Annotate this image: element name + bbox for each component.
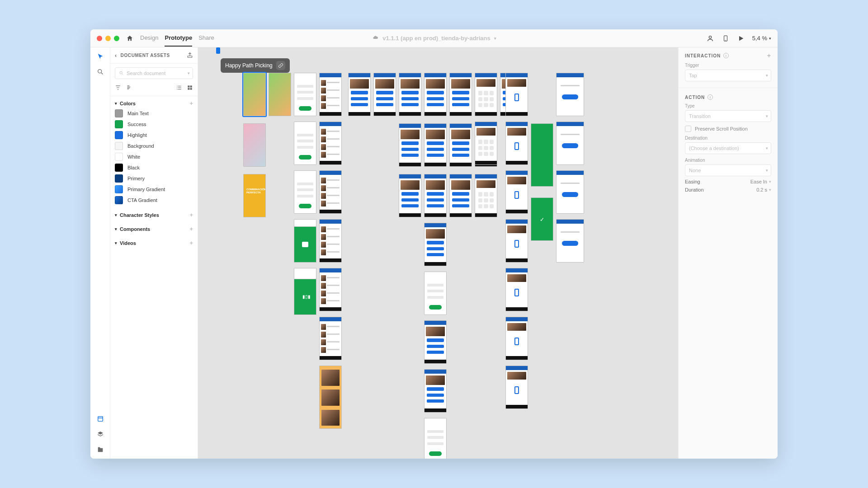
artboard[interactable] bbox=[424, 123, 447, 167]
layers-icon[interactable] bbox=[96, 430, 105, 439]
maximize-icon[interactable] bbox=[114, 36, 119, 41]
color-item[interactable]: Background bbox=[115, 142, 193, 150]
artboard[interactable] bbox=[449, 73, 472, 116]
artboard[interactable] bbox=[505, 122, 528, 165]
select-tool[interactable] bbox=[96, 52, 105, 61]
artboard[interactable]: COMBINACIÓN PERFECTA bbox=[243, 174, 266, 217]
artboard[interactable] bbox=[399, 73, 421, 116]
artboard[interactable]: ▮▯▮ bbox=[294, 279, 316, 315]
add-icon[interactable]: + bbox=[189, 225, 193, 232]
add-icon[interactable]: + bbox=[189, 211, 193, 218]
artboard[interactable] bbox=[294, 73, 316, 116]
artboard[interactable] bbox=[556, 122, 584, 165]
color-item[interactable]: CTA Gradient bbox=[115, 196, 193, 204]
home-icon[interactable] bbox=[126, 34, 134, 42]
artboard[interactable] bbox=[424, 418, 447, 459]
device-icon[interactable] bbox=[722, 34, 730, 42]
color-item[interactable]: Main Text bbox=[115, 109, 193, 117]
artboard[interactable] bbox=[449, 123, 472, 167]
easing-value[interactable]: Ease In bbox=[740, 179, 767, 184]
info-icon[interactable]: i bbox=[723, 53, 729, 58]
zoom-control[interactable]: 5,4 % ▾ bbox=[752, 35, 771, 42]
artboard[interactable] bbox=[399, 123, 421, 167]
artboard[interactable] bbox=[269, 73, 291, 116]
add-icon[interactable]: + bbox=[189, 100, 193, 107]
artboard[interactable] bbox=[373, 73, 396, 116]
checkbox-icon[interactable] bbox=[685, 126, 691, 132]
artboard[interactable] bbox=[475, 73, 497, 116]
artboard[interactable] bbox=[556, 73, 584, 116]
artboard[interactable] bbox=[505, 268, 528, 311]
artboard[interactable] bbox=[505, 219, 528, 263]
artboard[interactable] bbox=[243, 123, 266, 167]
sort-icon[interactable] bbox=[126, 84, 132, 92]
close-icon[interactable] bbox=[97, 36, 102, 41]
zoom-tool[interactable] bbox=[96, 67, 105, 76]
artboard[interactable] bbox=[505, 366, 528, 409]
doc-title[interactable]: v1.1.1 (app en prod)_tienda-by-adrians ▾ bbox=[372, 35, 496, 42]
artboard[interactable] bbox=[505, 317, 528, 360]
artboard[interactable] bbox=[243, 73, 266, 116]
artboard[interactable] bbox=[319, 219, 342, 263]
color-item[interactable]: Black bbox=[115, 164, 193, 172]
list-view-icon[interactable] bbox=[176, 84, 182, 92]
grid-view-icon[interactable] bbox=[187, 84, 193, 92]
canvas[interactable]: Happy Path Picking COMBINACIÓN PERFECTA▮… bbox=[198, 47, 678, 459]
artboard[interactable] bbox=[505, 73, 528, 116]
artboard[interactable] bbox=[475, 122, 497, 165]
home-artboard-handle[interactable] bbox=[216, 47, 220, 54]
filter-icon[interactable] bbox=[115, 84, 121, 92]
artboard[interactable] bbox=[505, 170, 528, 214]
artboard[interactable] bbox=[424, 73, 447, 116]
artboard[interactable] bbox=[319, 268, 342, 311]
libraries-icon[interactable] bbox=[96, 414, 105, 423]
artboard[interactable] bbox=[424, 369, 447, 413]
artboard[interactable] bbox=[556, 219, 584, 263]
tab-share[interactable]: Share bbox=[198, 30, 214, 47]
color-item[interactable]: White bbox=[115, 153, 193, 161]
back-icon[interactable]: ‹ bbox=[115, 52, 117, 59]
assets-search[interactable]: ▾ bbox=[115, 67, 193, 79]
artboard[interactable] bbox=[319, 170, 342, 214]
artboard[interactable] bbox=[319, 122, 342, 165]
color-item[interactable]: Primary Gradient bbox=[115, 185, 193, 193]
color-item[interactable]: Success bbox=[115, 120, 193, 128]
artboard[interactable] bbox=[294, 122, 316, 165]
artboard[interactable] bbox=[556, 170, 584, 214]
artboard[interactable] bbox=[475, 174, 497, 217]
duration-value[interactable]: 0.2 s bbox=[740, 187, 767, 192]
animation-dropdown[interactable]: None ▾ bbox=[685, 164, 771, 176]
play-icon[interactable] bbox=[737, 34, 745, 42]
preserve-scroll-row[interactable]: Preserve Scroll Position bbox=[685, 126, 771, 132]
add-icon[interactable]: + bbox=[189, 239, 193, 246]
artboard[interactable] bbox=[348, 73, 371, 116]
type-dropdown[interactable]: Transition ▾ bbox=[685, 110, 771, 122]
section-components-header[interactable]: ▾ Components + bbox=[115, 225, 193, 232]
tab-prototype[interactable]: Prototype bbox=[165, 30, 192, 47]
artboard[interactable] bbox=[531, 123, 553, 187]
user-icon[interactable] bbox=[706, 34, 714, 42]
info-icon[interactable]: i bbox=[708, 94, 713, 100]
color-item[interactable]: Primery bbox=[115, 174, 193, 183]
artboard[interactable] bbox=[319, 73, 342, 116]
destination-dropdown[interactable]: (Choose a destination) ▾ bbox=[685, 142, 771, 154]
artboard[interactable] bbox=[424, 174, 447, 217]
artboard[interactable] bbox=[319, 366, 342, 429]
artboard[interactable] bbox=[399, 174, 421, 217]
tab-design[interactable]: Design bbox=[140, 30, 158, 47]
add-icon[interactable]: + bbox=[767, 52, 771, 59]
minimize-icon[interactable] bbox=[105, 36, 111, 41]
artboard[interactable] bbox=[294, 226, 316, 263]
artboard[interactable] bbox=[449, 174, 472, 217]
artboard[interactable] bbox=[424, 223, 447, 266]
artboard[interactable] bbox=[424, 272, 447, 315]
section-charstyles-header[interactable]: ▾ Character Styles + bbox=[115, 211, 193, 218]
link-icon[interactable] bbox=[276, 61, 285, 70]
search-input[interactable] bbox=[127, 70, 189, 76]
section-videos-header[interactable]: ▾ Videos + bbox=[115, 239, 193, 246]
artboard[interactable] bbox=[319, 317, 342, 360]
artboard[interactable] bbox=[424, 320, 447, 364]
artboard[interactable]: ✓ bbox=[531, 197, 553, 241]
color-item[interactable]: Highlight bbox=[115, 131, 193, 139]
plugins-icon[interactable] bbox=[96, 445, 105, 454]
